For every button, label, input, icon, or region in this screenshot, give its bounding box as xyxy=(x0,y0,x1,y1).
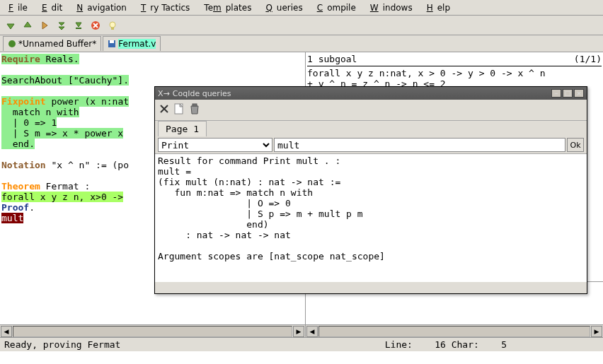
dialog-query-row: Print Ok xyxy=(155,136,587,153)
menu-templates[interactable]: Templates xyxy=(200,1,260,14)
svg-point-4 xyxy=(8,40,16,47)
menu-windows[interactable]: Windows xyxy=(366,1,421,14)
dialog-toolbar xyxy=(155,100,587,121)
status-bar: Ready, proving Fermat Line: 16 Char: 5 xyxy=(0,337,603,351)
status-line-label: Line: xyxy=(385,339,413,350)
goal-counter: (1/1) xyxy=(574,54,602,64)
dialog-trash-icon[interactable] xyxy=(189,102,200,117)
buffer-tab-bar: *Unnamed Buffer* Fermat.v xyxy=(0,35,603,52)
status-line: 16 xyxy=(435,339,446,350)
nav-down-icon[interactable] xyxy=(4,19,17,32)
dialog-minimize-icon[interactable]: – xyxy=(551,89,561,98)
menu-try-tactics[interactable]: Try Tactics xyxy=(137,1,198,14)
scroll-left-icon[interactable]: ◀ xyxy=(1,326,12,337)
dialog-tabs: Page 1 xyxy=(155,121,587,136)
svg-rect-6 xyxy=(110,40,114,43)
tab-label: *Unnamed Buffer* xyxy=(18,39,96,49)
queries-dialog: X→CoqIde queries – □ × Page 1 Print Ok R… xyxy=(154,86,587,294)
status-message: Ready, proving Fermat xyxy=(4,339,120,350)
scroll-track[interactable] xyxy=(318,326,590,337)
menu-bar: File Edit Navigation Try Tactics Templat… xyxy=(0,0,603,16)
svg-rect-8 xyxy=(193,104,197,106)
stop-icon[interactable] xyxy=(89,19,102,32)
query-ok-button[interactable]: Ok xyxy=(567,138,584,152)
menu-navigation[interactable]: Navigation xyxy=(72,1,135,14)
scroll-right-icon[interactable]: ▶ xyxy=(293,326,304,337)
menu-help[interactable]: Help xyxy=(423,1,459,14)
scroll-left-icon[interactable]: ◀ xyxy=(306,326,318,337)
menu-edit[interactable]: Edit xyxy=(38,1,71,14)
goal-body-1: forall x y z n:nat, x > 0 -> y > 0 -> x … xyxy=(307,68,602,78)
svg-rect-0 xyxy=(76,28,81,29)
dialog-maximize-icon[interactable]: □ xyxy=(563,89,573,98)
dialog-title-bar[interactable]: X→CoqIde queries – □ × xyxy=(155,87,587,100)
dialog-close-button[interactable] xyxy=(159,104,169,116)
svg-rect-3 xyxy=(111,28,114,30)
right-hscroll[interactable]: ◀ ▶ xyxy=(306,324,603,337)
nav-up-icon[interactable] xyxy=(21,19,34,32)
hint-icon[interactable] xyxy=(106,19,119,32)
dialog-close-icon[interactable]: × xyxy=(574,89,584,98)
menu-queries[interactable]: Queries xyxy=(261,1,311,14)
nav-double-down-icon[interactable] xyxy=(55,19,68,32)
scroll-track[interactable] xyxy=(13,326,292,337)
query-command-select[interactable]: Print xyxy=(158,138,272,152)
status-char: 5 xyxy=(501,339,507,350)
tab-label: Fermat.v xyxy=(118,39,156,49)
nav-right-icon[interactable] xyxy=(38,19,51,32)
save-icon xyxy=(108,40,116,48)
tab-unnamed-buffer[interactable]: *Unnamed Buffer* xyxy=(3,36,101,51)
nav-end-down-icon[interactable] xyxy=(72,19,85,32)
toolbar xyxy=(0,16,603,35)
dialog-title: CoqIde queries xyxy=(173,89,231,98)
editor-hscroll[interactable]: ◀ ▶ xyxy=(0,324,306,337)
menu-compile[interactable]: Compile xyxy=(313,1,364,14)
scroll-right-icon[interactable]: ▶ xyxy=(591,326,602,337)
query-argument-input[interactable] xyxy=(274,138,565,152)
dialog-new-icon[interactable] xyxy=(173,102,185,117)
goal-count: 1 subgoal xyxy=(307,54,357,64)
status-char-label: Char: xyxy=(452,339,479,350)
menu-file[interactable]: File xyxy=(4,1,36,14)
svg-point-2 xyxy=(110,22,115,28)
unsaved-dot-icon xyxy=(8,40,16,48)
query-output: Result for command Print mult . : mult =… xyxy=(155,153,587,282)
dialog-tab-page1[interactable]: Page 1 xyxy=(158,121,207,136)
goal-separator xyxy=(307,66,602,66)
tab-fermat[interactable]: Fermat.v xyxy=(103,36,161,51)
